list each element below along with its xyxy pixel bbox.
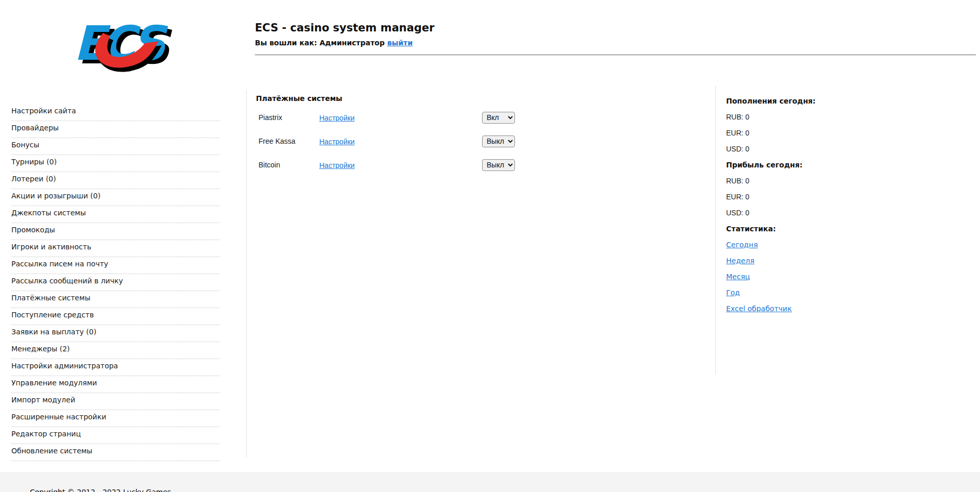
payment-state-select[interactable]: ВклВыкл <box>482 159 515 171</box>
payment-state-select[interactable]: ВклВыкл <box>482 112 515 124</box>
sidebar-item[interactable]: Расширенные настройки <box>11 410 220 427</box>
statistics-link-row: Месяц <box>726 273 968 289</box>
payment-name: Free Kassa <box>259 137 319 145</box>
sidebar-item[interactable]: Джекпоты системы <box>11 206 220 223</box>
currency-amount: RUB: 0 <box>726 113 749 121</box>
sidebar-item[interactable]: Лотереи (0) <box>11 172 220 189</box>
currency-amount: RUB: 0 <box>726 177 749 185</box>
sidebar-item[interactable]: Поступление средств <box>11 308 220 325</box>
sidebar-item-label: Импорт модулей <box>11 396 75 404</box>
payment-name: Bitcoin <box>259 161 319 169</box>
sidebar-item-label: Лотереи (0) <box>11 175 56 183</box>
payment-row: Free Kassa Настройки ВклВыкл <box>246 129 715 153</box>
payment-settings-link[interactable]: Настройки <box>319 138 355 146</box>
deposits-heading: Пополнения сегодня: <box>726 97 968 113</box>
statistics-link[interactable]: Сегодня <box>726 241 758 249</box>
sidebar-item[interactable]: Заявки на выплату (0) <box>11 325 220 342</box>
sidebar-item[interactable]: Управление модулями <box>11 376 220 393</box>
page: ECS ECS ECS - casino system manager Вы в… <box>0 0 980 492</box>
sidebar-item-label: Провайдеры <box>11 124 59 132</box>
sidebar-item-label: Джекпоты системы <box>11 209 86 217</box>
login-status-line: Вы вошли как: Администраторвыйти <box>255 38 435 47</box>
sidebar-item-label: Бонусы <box>11 141 39 149</box>
statistics-link-row: Сегодня <box>726 241 968 257</box>
payment-row: Piastrix Настройки ВклВыкл <box>246 106 715 129</box>
sidebar-item-label: Рассылка писем на почту <box>11 260 108 268</box>
ecs-logo: ECS ECS <box>71 11 174 78</box>
sidebar-menu: Настройки сайта Провайдеры Бонусы Турнир… <box>11 104 220 461</box>
sidebar-item[interactable]: Акции и розыгрыши (0) <box>11 189 220 206</box>
payment-list: Piastrix Настройки ВклВыкл Free Kassa На… <box>246 106 715 177</box>
profit-amount: EUR: 0 <box>726 193 968 209</box>
login-status-text: Вы вошли как: Администратор <box>255 39 385 47</box>
sidebar-item-label: Заявки на выплату (0) <box>11 328 96 336</box>
sidebar-item-label: Расширенные настройки <box>11 413 106 421</box>
profit-amount: USD: 0 <box>726 209 968 225</box>
section-title: Платёжные системы <box>256 94 715 103</box>
main-content: Платёжные системы Piastrix Настройки Вкл… <box>246 91 715 177</box>
payment-link-cell: Настройки <box>319 113 482 123</box>
copyright-text: Copyright © 2012 - 2022 Lucky Games <box>30 488 980 492</box>
payment-settings-link[interactable]: Настройки <box>319 161 355 169</box>
logout-link[interactable]: выйти <box>387 39 412 47</box>
sidebar-item-label: Акции и розыгрыши (0) <box>11 192 100 200</box>
footer: Copyright © 2012 - 2022 Lucky Games <box>0 472 980 492</box>
sidebar-item-label: Настройки администратора <box>11 362 118 370</box>
page-title: ECS - casino system manager <box>255 22 435 34</box>
statistics-link[interactable]: Месяц <box>726 273 750 281</box>
payment-name: Piastrix <box>259 113 319 122</box>
payment-row: Bitcoin Настройки ВклВыкл <box>246 153 715 177</box>
sidebar-item-label: Игроки и активность <box>11 243 91 251</box>
sidebar-item[interactable]: Обновление системы <box>11 444 220 461</box>
sidebar-item-label: Рассылка сообщений в личку <box>11 277 123 285</box>
deposit-amount: USD: 0 <box>726 145 968 161</box>
sidebar-item[interactable]: Платёжные системы <box>11 291 220 308</box>
sidebar-item-label: Менеджеры (2) <box>11 345 70 353</box>
payment-state-select[interactable]: ВклВыкл <box>482 135 515 147</box>
sidebar-item[interactable]: Провайдеры <box>11 121 220 138</box>
currency-amount: USD: 0 <box>726 145 749 153</box>
statistics-link-row: Excel обработчик <box>726 304 968 320</box>
sidebar-item[interactable]: Редактор страниц <box>11 427 220 444</box>
sidebar-item-label: Редактор страниц <box>11 430 81 438</box>
sidebar-item-label: Поступление средств <box>11 311 94 319</box>
sidebar-item-label: Платёжные системы <box>11 294 91 302</box>
sidebar-item-label: Управление модулями <box>11 379 97 387</box>
sidebar-item-label: Промокоды <box>11 226 55 234</box>
sidebar-item[interactable]: Игроки и активность <box>11 240 220 257</box>
statistics-link-row: Год <box>726 289 968 304</box>
sidebar-item[interactable]: Импорт модулей <box>11 393 220 410</box>
payment-link-cell: Настройки <box>319 160 482 170</box>
profit-heading: Прибыль сегодня: <box>726 161 968 177</box>
sidebar-item-label: Обновление системы <box>11 447 92 455</box>
payment-settings-link[interactable]: Настройки <box>319 114 355 122</box>
profit-amount: RUB: 0 <box>726 177 968 193</box>
stats-panel: Пополнения сегодня: RUB: 0 EUR: 0 USD: 0… <box>726 97 968 320</box>
sidebar-item-label: Настройки сайта <box>11 107 76 115</box>
statistics-link[interactable]: Excel обработчик <box>726 304 792 313</box>
currency-amount: USD: 0 <box>726 209 749 217</box>
currency-amount: EUR: 0 <box>726 193 749 201</box>
deposit-amount: EUR: 0 <box>726 129 968 145</box>
header-divider <box>255 55 976 55</box>
statistics-heading: Статистика: <box>726 225 968 241</box>
sidebar-item[interactable]: Настройки сайта <box>11 104 220 121</box>
statistics-link-row: Неделя <box>726 257 968 273</box>
sidebar-item[interactable]: Бонусы <box>11 138 220 155</box>
deposit-amount: RUB: 0 <box>726 113 968 129</box>
sidebar-item[interactable]: Рассылка сообщений в личку <box>11 274 220 291</box>
header: ECS - casino system manager Вы вошли как… <box>255 22 435 47</box>
sidebar-item[interactable]: Рассылка писем на почту <box>11 257 220 274</box>
currency-amount: EUR: 0 <box>726 129 749 137</box>
payment-link-cell: Настройки <box>319 137 482 146</box>
ecs-logo-image: ECS ECS <box>71 11 174 78</box>
sidebar-item[interactable]: Промокоды <box>11 223 220 240</box>
statistics-link[interactable]: Год <box>726 289 740 297</box>
sidebar-item[interactable]: Турниры (0) <box>11 155 220 172</box>
stats-separator <box>715 87 716 374</box>
sidebar-item[interactable]: Менеджеры (2) <box>11 342 220 359</box>
statistics-link[interactable]: Неделя <box>726 257 754 265</box>
sidebar-item[interactable]: Настройки администратора <box>11 359 220 376</box>
sidebar-item-label: Турниры (0) <box>11 158 57 166</box>
